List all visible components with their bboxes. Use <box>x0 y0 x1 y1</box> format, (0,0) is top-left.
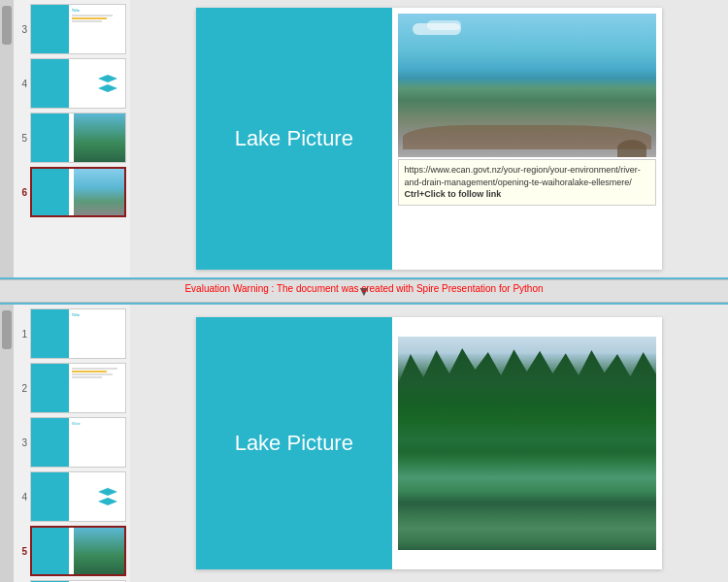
bottom-slide-2-number: 2 <box>17 383 27 394</box>
bottom-pane: 1 Title 2 <box>0 303 728 582</box>
tooltip-url: https://www.ecan.govt.nz/your-region/you… <box>405 164 649 188</box>
bottom-scrollbar-thumb[interactable] <box>2 310 12 349</box>
bottom-slide-2-row: 2 <box>17 363 126 413</box>
bottom-slide-5-thumb[interactable] <box>30 526 126 576</box>
bottom-slide-canvas: Lake Picture <box>196 317 662 569</box>
top-slide-3-row: 3 Title <box>17 4 126 54</box>
bottom-slide-4-thumb[interactable] <box>30 471 126 522</box>
bottom-slide-3-thumb[interactable]: Slide <box>30 417 126 468</box>
bottom-scrollbar[interactable] <box>0 305 14 582</box>
top-main-area: Lake Picture ht <box>130 0 728 277</box>
top-slide-4-thumb[interactable] <box>30 58 126 109</box>
split-divider[interactable]: ▼ Evaluation Warning : The document was … <box>0 279 728 303</box>
top-slide-5-thumb[interactable] <box>30 113 126 163</box>
eval-warning-text: Evaluation Warning : The document was cr… <box>184 283 543 294</box>
bottom-slide-1-number: 1 <box>17 329 27 340</box>
top-slide-4-number: 4 <box>17 79 27 89</box>
top-slide-6-thumb[interactable] <box>30 167 126 217</box>
bottom-slide-2-thumb[interactable] <box>30 363 126 413</box>
top-scrollbar-thumb[interactable] <box>2 6 12 45</box>
tooltip-ctrl-hint: Ctrl+Click to follow link <box>405 188 649 201</box>
top-slide-5-number: 5 <box>17 133 27 144</box>
top-slide-canvas: Lake Picture ht <box>196 8 662 270</box>
bottom-slide-right <box>392 317 662 569</box>
top-scrollbar[interactable] <box>0 0 14 277</box>
top-slide-5-row: 5 <box>17 113 126 163</box>
top-slide-6-number: 6 <box>17 187 27 198</box>
top-slide-panel: 3 Title 4 <box>14 0 130 277</box>
app-container: 3 Title 4 <box>0 0 728 582</box>
bottom-slide-3-number: 3 <box>17 437 27 448</box>
bottom-slide-1-thumb[interactable]: Title <box>30 308 126 359</box>
bottom-lake-image[interactable] <box>398 337 656 550</box>
top-pane: 3 Title 4 <box>0 0 728 279</box>
bottom-slide-title: Lake Picture <box>225 421 363 466</box>
top-slide-3-thumb[interactable]: Title <box>30 4 126 54</box>
bottom-main-area: Lake Picture <box>130 305 728 582</box>
top-slide-left: Lake Picture <box>196 8 392 270</box>
top-slide-right: https://www.ecan.govt.nz/your-region/you… <box>392 8 662 270</box>
top-slide-4-row: 4 <box>17 58 126 109</box>
top-slide-3-number: 3 <box>17 24 27 35</box>
bottom-slide-panel: 1 Title 2 <box>14 305 130 582</box>
bottom-slide-left: Lake Picture <box>196 317 392 569</box>
bottom-slide-4-row: 4 <box>17 471 126 522</box>
bottom-slide-3-row: 3 Slide <box>17 417 126 468</box>
bottom-slide-4-number: 4 <box>17 492 27 502</box>
top-lake-image[interactable] <box>398 14 656 157</box>
bottom-slide-5-row: 5 <box>17 526 126 576</box>
bottom-slide-5-number: 5 <box>17 546 27 557</box>
top-slide-6-row: 6 <box>17 167 126 217</box>
bottom-slide-1-row: 1 Title <box>17 308 126 359</box>
top-slide-title: Lake Picture <box>225 116 363 161</box>
top-slide-tooltip: https://www.ecan.govt.nz/your-region/you… <box>398 159 656 206</box>
